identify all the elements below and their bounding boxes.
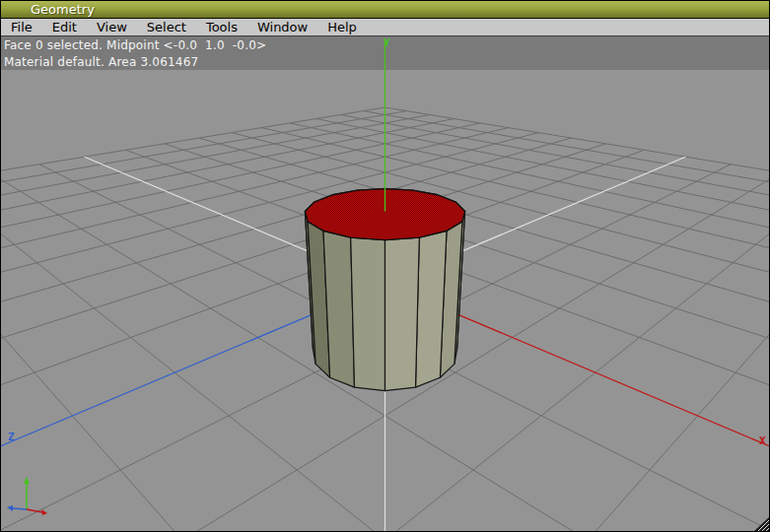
window-title: Geometry: [31, 2, 95, 17]
status-line-1: Face 0 selected. Midpoint <-0.0 1.0 -0.0…: [4, 37, 266, 54]
menu-item-tools[interactable]: Tools: [198, 20, 245, 35]
menu-item-file[interactable]: File: [3, 20, 40, 35]
resize-handle: [754, 517, 769, 531]
menu-item-select[interactable]: Select: [139, 20, 194, 35]
menu-item-help[interactable]: Help: [319, 20, 365, 35]
menu-item-window[interactable]: Window: [249, 20, 315, 35]
scene-canvas[interactable]: [1, 36, 769, 531]
titlebar[interactable]: Geometry: [1, 1, 769, 19]
geometry-window: Geometry File Edit View Select Tools Win…: [0, 0, 770, 532]
menu-item-edit[interactable]: Edit: [44, 20, 85, 35]
z-axis-label: Z: [8, 432, 15, 442]
menu-item-view[interactable]: View: [89, 20, 135, 35]
x-axis-label: X: [759, 435, 766, 446]
viewport-3d[interactable]: Face 0 selected. Midpoint <-0.0 1.0 -0.0…: [1, 36, 769, 531]
status-line-2: Material default. Area 3.061467: [4, 54, 266, 71]
menubar: File Edit View Select Tools Window Help: [1, 19, 769, 36]
status-messages: Face 0 selected. Midpoint <-0.0 1.0 -0.0…: [1, 36, 266, 71]
y-axis-label: Y: [384, 37, 390, 48]
